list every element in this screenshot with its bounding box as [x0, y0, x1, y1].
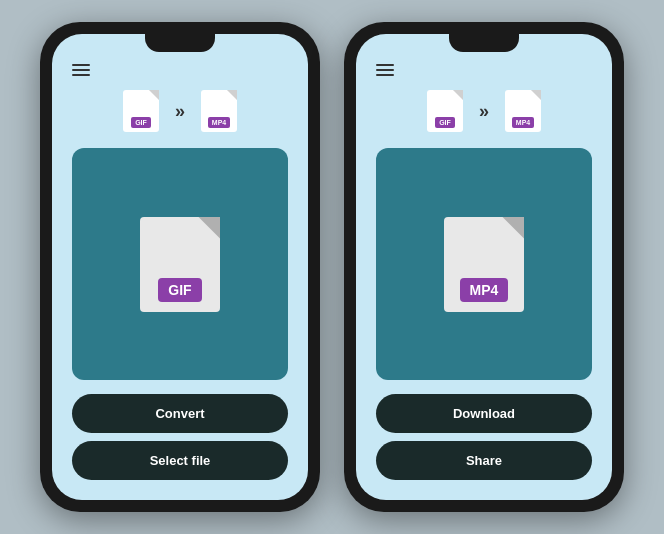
share-button[interactable]: Share [376, 441, 592, 480]
hamburger-menu-1[interactable] [72, 64, 90, 76]
phone-2-header [376, 64, 592, 76]
file-shape-from-2: GIF [427, 90, 463, 132]
file-shape-to-1: MP4 [201, 90, 237, 132]
main-file-icon-2: MP4 [444, 217, 524, 312]
main-file-shape-1: GIF [140, 217, 220, 312]
main-badge-1: GIF [158, 278, 201, 302]
action-buttons-2: Download Share [376, 394, 592, 480]
chevron-icon-2: » [479, 101, 489, 122]
to-badge-2: MP4 [512, 117, 534, 128]
phone-1-header [72, 64, 288, 76]
phone-2: GIF » MP4 MP4 Download [344, 22, 624, 512]
from-format-icon-2: GIF [423, 90, 467, 132]
main-card-1: GIF [72, 148, 288, 380]
file-shape-to-2: MP4 [505, 90, 541, 132]
format-row-1: GIF » MP4 [72, 90, 288, 132]
main-file-shape-2: MP4 [444, 217, 524, 312]
phone-1: GIF » MP4 GIF Convert [40, 22, 320, 512]
from-badge-1: GIF [131, 117, 151, 128]
to-format-icon-1: MP4 [197, 90, 241, 132]
to-badge-1: MP4 [208, 117, 230, 128]
from-badge-2: GIF [435, 117, 455, 128]
main-file-icon-1: GIF [140, 217, 220, 312]
main-badge-2: MP4 [460, 278, 509, 302]
phone-2-frame: GIF » MP4 MP4 Download [344, 22, 624, 512]
hamburger-menu-2[interactable] [376, 64, 394, 76]
to-format-icon-2: MP4 [501, 90, 545, 132]
format-row-2: GIF » MP4 [376, 90, 592, 132]
file-shape-from-1: GIF [123, 90, 159, 132]
phone-1-screen: GIF » MP4 GIF Convert [52, 34, 308, 500]
convert-button[interactable]: Convert [72, 394, 288, 433]
select-file-button[interactable]: Select file [72, 441, 288, 480]
from-format-icon-1: GIF [119, 90, 163, 132]
phone-1-frame: GIF » MP4 GIF Convert [40, 22, 320, 512]
notch-1 [145, 34, 215, 52]
chevron-icon-1: » [175, 101, 185, 122]
phone-2-screen: GIF » MP4 MP4 Download [356, 34, 612, 500]
download-button[interactable]: Download [376, 394, 592, 433]
notch-2 [449, 34, 519, 52]
action-buttons-1: Convert Select file [72, 394, 288, 480]
main-card-2: MP4 [376, 148, 592, 380]
